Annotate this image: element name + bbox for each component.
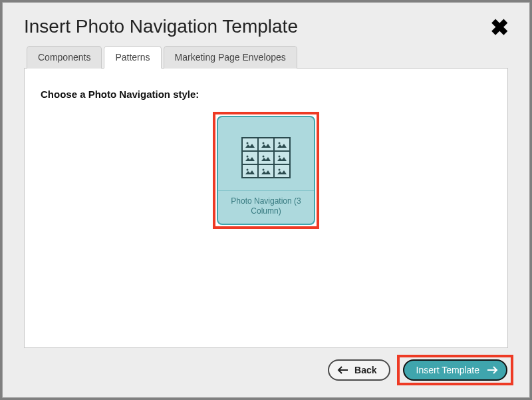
dialog-header: Insert Photo Navigation Template ✖ (3, 3, 529, 45)
arrow-left-icon (337, 366, 349, 374)
insert-template-button[interactable]: Insert Template (403, 359, 507, 381)
svg-point-0 (247, 142, 249, 144)
dialog-title: Insert Photo Navigation Template (24, 16, 298, 37)
template-card-preview (218, 117, 314, 190)
highlight-box-insert: Insert Template (397, 355, 513, 385)
svg-point-5 (279, 155, 281, 157)
template-card-label: Photo Navigation (3 Column) (218, 190, 314, 224)
tab-marketing[interactable]: Marketing Page Envelopes (164, 46, 297, 69)
tab-bar: Components Patterns Marketing Page Envel… (3, 46, 529, 69)
back-button-label: Back (354, 365, 376, 375)
template-card-photo-nav-3col[interactable]: Photo Navigation (3 Column) (217, 116, 315, 225)
grid-3x3-icon (242, 138, 290, 178)
svg-point-2 (279, 142, 281, 144)
close-icon[interactable]: ✖ (487, 16, 511, 39)
back-button[interactable]: Back (328, 359, 390, 381)
tab-patterns[interactable]: Patterns (104, 46, 161, 69)
svg-point-8 (279, 168, 281, 170)
instruction-text: Choose a Photo Navigation style: (41, 89, 491, 100)
tab-components[interactable]: Components (27, 46, 102, 69)
svg-point-4 (263, 155, 265, 157)
content-panel: Choose a Photo Navigation style: (24, 68, 508, 348)
dialog: Insert Photo Navigation Template ✖ Compo… (2, 2, 530, 398)
svg-point-1 (263, 142, 265, 144)
dialog-footer: Back Insert Template (3, 355, 529, 397)
highlight-box: Photo Navigation (3 Column) (213, 112, 319, 229)
arrow-right-icon (486, 366, 498, 374)
template-area: Photo Navigation (3 Column) (41, 112, 491, 229)
svg-point-6 (247, 168, 249, 170)
svg-point-7 (263, 168, 265, 170)
insert-template-label: Insert Template (416, 365, 479, 375)
svg-point-3 (247, 155, 249, 157)
